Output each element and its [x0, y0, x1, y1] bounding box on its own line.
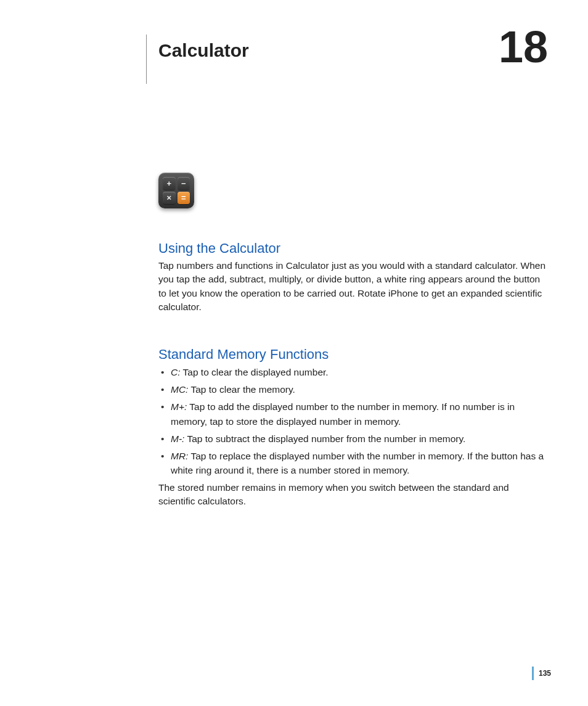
mem-label-mc: MC: [171, 384, 188, 395]
chapter-number: 18 [499, 25, 548, 69]
mem-desc-mr: Tap to replace the displayed number with… [171, 451, 544, 475]
mem-desc-c: Tap to clear the displayed number. [183, 367, 329, 377]
calculator-app-icon: + − × = [158, 173, 194, 208]
section-heading-memory: Standard Memory Functions [158, 347, 548, 363]
calc-icon-equals: = [178, 192, 190, 205]
page-footer: 135 [532, 667, 551, 680]
mem-label-mplus: M+: [171, 401, 187, 412]
mem-label-mr: MR: [171, 451, 188, 461]
content-area: + − × = Using the Calculator Tap numbers… [158, 173, 548, 509]
memory-closing-text: The stored number remains in memory when… [158, 481, 548, 509]
list-item: M-: Tap to subtract the displayed number… [158, 432, 548, 446]
page-number: 135 [539, 669, 551, 678]
calc-icon-plus: + [163, 177, 176, 190]
list-item: C: Tap to clear the displayed number. [158, 365, 548, 379]
calc-icon-multiply: × [163, 192, 176, 205]
list-item: MR: Tap to replace the displayed number … [158, 449, 548, 478]
section-body-using: Tap numbers and functions in Calculator … [158, 259, 548, 314]
page: Calculator 18 + − × = Using the Calculat… [0, 0, 588, 706]
memory-functions-list: C: Tap to clear the displayed number. MC… [158, 365, 548, 478]
mem-label-mminus: M-: [171, 433, 184, 444]
mem-desc-mminus: Tap to subtract the displayed number fro… [187, 433, 465, 444]
footer-accent-bar [532, 667, 534, 680]
list-item: M+: Tap to add the displayed number to t… [158, 400, 548, 429]
mem-label-c: C: [171, 367, 181, 377]
chapter-title: Calculator [158, 40, 249, 61]
section-heading-using: Using the Calculator [158, 240, 548, 257]
list-item: MC: Tap to clear the memory. [158, 382, 548, 396]
mem-desc-mc: Tap to clear the memory. [190, 384, 295, 395]
mem-desc-mplus: Tap to add the displayed number to the n… [171, 401, 515, 426]
header-divider [146, 35, 147, 84]
calc-icon-minus: − [178, 177, 190, 190]
